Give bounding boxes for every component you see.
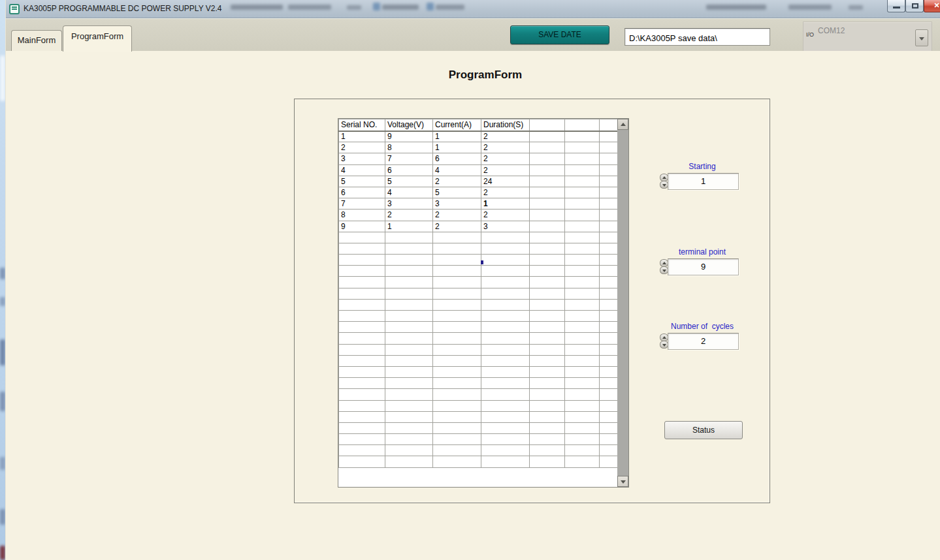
table-cell[interactable]: [600, 311, 619, 322]
table-cell[interactable]: 4: [433, 164, 481, 176]
table-cell[interactable]: [433, 232, 481, 243]
table-cell[interactable]: 6: [385, 164, 433, 176]
table-cell[interactable]: [481, 456, 530, 467]
table-cell[interactable]: 7: [339, 198, 385, 210]
table-cell[interactable]: [565, 355, 600, 366]
table-cell[interactable]: [339, 400, 385, 411]
table-cell[interactable]: [600, 366, 619, 377]
table-cell[interactable]: [339, 456, 385, 467]
table-cell[interactable]: [385, 333, 433, 344]
table-cell[interactable]: [481, 322, 530, 333]
table-cell[interactable]: [385, 344, 433, 355]
table-cell[interactable]: [600, 176, 619, 187]
table-cell[interactable]: [530, 366, 565, 377]
table-cell[interactable]: 6: [339, 187, 385, 198]
table-cell[interactable]: [530, 400, 565, 411]
table-cell[interactable]: [433, 422, 481, 433]
table-cell[interactable]: [481, 411, 530, 422]
table-cell[interactable]: [433, 333, 481, 344]
table-cell[interactable]: [600, 255, 619, 266]
table-cell[interactable]: [600, 164, 619, 176]
table-cell[interactable]: 3: [385, 198, 433, 210]
table-cell[interactable]: [530, 164, 565, 176]
table-cell[interactable]: [565, 322, 600, 333]
table-cell[interactable]: [339, 422, 385, 433]
table-cell[interactable]: [385, 422, 433, 433]
table-cell[interactable]: [481, 288, 530, 299]
table-cell[interactable]: 5: [339, 176, 385, 187]
table-cell[interactable]: [433, 400, 481, 411]
table-cell[interactable]: [565, 266, 600, 277]
table-cell[interactable]: [565, 232, 600, 243]
table-cell[interactable]: [565, 434, 600, 445]
table-cell[interactable]: [481, 366, 530, 377]
table-cell[interactable]: [433, 366, 481, 377]
table-cell[interactable]: [530, 153, 565, 164]
table-cell[interactable]: [530, 333, 565, 344]
table-cell[interactable]: [600, 434, 619, 445]
table-cell[interactable]: 2: [385, 210, 433, 221]
table-cell[interactable]: [433, 456, 481, 467]
tab-programform[interactable]: ProgramForm: [63, 25, 132, 52]
table-cell[interactable]: [385, 266, 433, 277]
table-cell[interactable]: [385, 445, 433, 456]
table-cell[interactable]: [600, 299, 619, 310]
table-cell[interactable]: [481, 378, 530, 389]
table-cell[interactable]: 2: [433, 210, 481, 221]
table-cell[interactable]: [565, 198, 600, 210]
table-cell[interactable]: [530, 434, 565, 445]
table-cell[interactable]: [565, 411, 600, 422]
table-cell[interactable]: [530, 288, 565, 299]
table-cell[interactable]: 5: [385, 176, 433, 187]
table-cell[interactable]: [385, 243, 433, 254]
table-cell[interactable]: [530, 411, 565, 422]
table-cell[interactable]: [565, 288, 600, 299]
table-cell[interactable]: [481, 422, 530, 433]
table-cell[interactable]: 2: [481, 164, 530, 176]
com-port-selector[interactable]: I/O COM12: [803, 22, 932, 52]
table-cell[interactable]: [530, 266, 565, 277]
table-cell[interactable]: 4: [385, 187, 433, 198]
table-cell[interactable]: [385, 322, 433, 333]
table-cell[interactable]: [565, 299, 600, 310]
table-cell[interactable]: 7: [385, 153, 433, 164]
table-cell[interactable]: [385, 366, 433, 377]
table-cell[interactable]: 9: [385, 131, 433, 142]
table-cell[interactable]: [565, 456, 600, 467]
table-cell[interactable]: 3: [481, 221, 530, 232]
table-cell[interactable]: [600, 422, 619, 433]
table-cell[interactable]: [600, 378, 619, 389]
table-cell[interactable]: [433, 434, 481, 445]
table-cell[interactable]: [385, 232, 433, 243]
table-cell[interactable]: [600, 266, 619, 277]
table-cell[interactable]: [565, 176, 600, 187]
table-cell[interactable]: [600, 333, 619, 344]
table-cell[interactable]: [339, 311, 385, 322]
table-cell[interactable]: 2: [481, 153, 530, 164]
table-cell[interactable]: [385, 389, 433, 400]
table-cell[interactable]: [385, 299, 433, 310]
table-cell[interactable]: [565, 187, 600, 198]
table-cell[interactable]: [565, 164, 600, 176]
table-cell[interactable]: 8: [339, 210, 385, 221]
table-cell[interactable]: [385, 434, 433, 445]
minimize-button[interactable]: [887, 0, 905, 12]
table-cell[interactable]: [433, 266, 481, 277]
table-cell[interactable]: [481, 311, 530, 322]
table-cell[interactable]: [339, 355, 385, 366]
table-cell[interactable]: [600, 344, 619, 355]
table-cell[interactable]: [339, 445, 385, 456]
table-cell[interactable]: [433, 299, 481, 310]
com-port-dropdown-arrow[interactable]: [915, 29, 928, 46]
scroll-up-icon[interactable]: [617, 119, 628, 130]
table-cell[interactable]: 9: [339, 221, 385, 232]
table-cell[interactable]: [385, 255, 433, 266]
table-cell[interactable]: [481, 355, 530, 366]
table-cell[interactable]: [481, 434, 530, 445]
table-cell[interactable]: [339, 434, 385, 445]
table-cell[interactable]: 2: [481, 187, 530, 198]
table-cell[interactable]: [600, 187, 619, 198]
table-cell[interactable]: 2: [481, 210, 530, 221]
table-cell[interactable]: [530, 422, 565, 433]
table-cell[interactable]: [530, 277, 565, 288]
